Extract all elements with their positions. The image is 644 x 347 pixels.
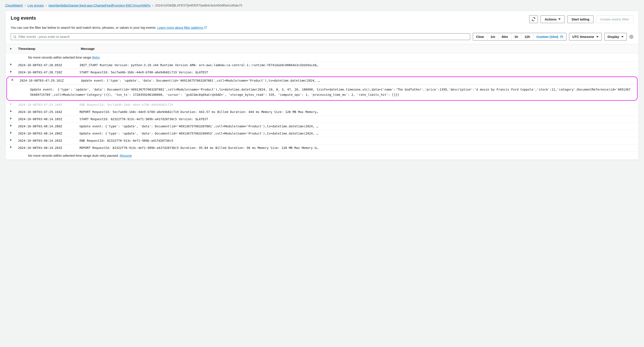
row-timestamp: 2024-10-08T03:48:14.185Z	[16, 116, 77, 123]
caret-down-icon	[558, 18, 560, 20]
filter-events-input-wrap[interactable]	[11, 33, 470, 40]
page-title: Log events	[11, 15, 36, 21]
triangle-right-icon	[10, 63, 12, 65]
row-timestamp: 2024-10-08T03:48:14.283Z	[16, 144, 77, 151]
row-timestamp: 2024-10-08T03:48:14.283Z	[16, 137, 77, 144]
triangle-right-icon	[10, 146, 12, 148]
row-timestamp: 2024-10-08T03:48:14.280Z	[16, 123, 77, 130]
log-row[interactable]: 2024-10-08T03:48:14.283ZREPORT RequestId…	[6, 144, 638, 151]
row-toggle[interactable]	[6, 123, 16, 128]
clear-range-button[interactable]: Clear	[473, 33, 488, 40]
expanded-log-detail: Update event: {'type': 'update', 'data':…	[7, 84, 637, 100]
calendar-icon	[560, 35, 563, 38]
row-toggle[interactable]	[6, 137, 16, 143]
log-row[interactable]: 2024-10-08T03:47:28.093ZINIT_START Runti…	[6, 62, 638, 69]
log-events-table: Timestamp Message No more records within…	[6, 44, 638, 160]
display-select[interactable]: Display	[604, 33, 627, 40]
triangle-right-icon	[10, 103, 12, 105]
resume-link[interactable]: Resume	[120, 154, 132, 157]
page-subtitle: You can use the filter bar below to sear…	[6, 26, 638, 33]
chevron-right-icon: ›	[24, 3, 26, 7]
chevron-right-icon: ›	[152, 3, 153, 7]
svg-point-2	[631, 36, 632, 37]
range-1m-button[interactable]: 1m	[487, 33, 498, 40]
breadcrumb-root[interactable]: CloudWatch	[5, 3, 23, 7]
create-metric-filter-button[interactable]: Create metric filter	[596, 15, 633, 23]
log-row[interactable]: 2024-10-08T03:47:28.720ZSTART RequestId:…	[6, 69, 638, 76]
triangle-right-icon	[10, 48, 12, 50]
row-timestamp: 2024-10-08T03:48:14.280Z	[16, 130, 77, 137]
row-message: Update event: {'type': 'update', 'data':…	[77, 123, 638, 130]
learn-more-link[interactable]: Learn more about filter patterns	[157, 26, 207, 29]
row-timestamp: 2024-10-08T03:47:29.164Z	[16, 101, 77, 108]
triangle-right-icon	[10, 124, 12, 127]
row-message: Update event: {'type': 'update', 'data':…	[79, 77, 637, 84]
row-message: Update event: {'type': 'update', 'data':…	[77, 130, 638, 137]
log-events-panel: Log events Actions Start tailing Create …	[5, 11, 639, 160]
start-tailing-button[interactable]: Start tailing	[567, 15, 594, 23]
row-toggle[interactable]	[6, 108, 16, 114]
log-row[interactable]: 2024-10-08T03:47:29.164ZEND RequestId: 5…	[6, 101, 638, 108]
row-toggle[interactable]	[6, 116, 16, 121]
row-message: END RequestId: 5ecfad4b-1b8c-44e9-b700-a…	[77, 101, 638, 108]
breadcrumb-current: 2024/10/08/[$LATEST]44f3f2f70a884c9cb450…	[155, 3, 242, 7]
row-toggle[interactable]	[7, 77, 18, 83]
svg-point-0	[14, 35, 16, 37]
range-custom-button[interactable]: Custom (10m)	[533, 33, 566, 40]
auto-retry-paused: Auto retry paused.	[92, 154, 119, 157]
row-message: START RequestId: 82322f78-913c-4ef1-989b…	[77, 116, 638, 123]
triangle-right-icon	[10, 132, 12, 134]
row-message: INIT_START Runtime Version: python:3.10.…	[77, 62, 638, 68]
column-header-message[interactable]: Message	[77, 44, 638, 53]
range-30m-button[interactable]: 30m	[498, 33, 511, 40]
row-toggle[interactable]	[6, 62, 16, 67]
no-more-records-bottom: No more records within selected time ran…	[6, 151, 638, 160]
log-row[interactable]: 2024-10-08T03:47:29.164ZREPORT RequestId…	[6, 108, 638, 116]
log-row[interactable]: 2024-10-08T03:48:14.185ZSTART RequestId:…	[6, 116, 638, 123]
row-message: START RequestId: 5ecfad4b-1b8c-44e9-b700…	[77, 69, 638, 76]
refresh-icon	[532, 17, 536, 21]
row-toggle[interactable]	[6, 144, 16, 150]
filter-events-input[interactable]	[18, 35, 468, 38]
svg-rect-1	[560, 36, 563, 38]
row-toggle[interactable]	[6, 69, 16, 74]
log-row[interactable]: 2024-10-08T03:47:29.161ZUpdate event: {'…	[7, 77, 637, 84]
breadcrumb: CloudWatch › Log groups › /aws/lambda/ch…	[0, 0, 644, 11]
row-message: REPORT RequestId: 82322f78-913c-4ef1-989…	[77, 144, 638, 151]
row-timestamp: 2024-10-08T03:47:29.164Z	[16, 108, 77, 115]
chevron-right-icon: ›	[46, 3, 46, 7]
caret-down-icon	[621, 36, 624, 37]
breadcrumb-loggroup[interactable]: /aws/lambda/change-feed-app-ChangeFeedFu…	[48, 3, 150, 7]
actions-button[interactable]: Actions	[540, 15, 565, 23]
breadcrumb-loggroups[interactable]: Log groups	[28, 3, 44, 7]
external-link-icon	[204, 26, 207, 29]
highlighted-log-entry: 2024-10-08T03:47:29.161ZUpdate event: {'…	[6, 76, 638, 101]
row-timestamp: 2024-10-08T03:47:29.161Z	[18, 77, 79, 84]
log-row[interactable]: 2024-10-08T03:48:14.283ZEND RequestId: 8…	[6, 137, 638, 144]
search-icon	[13, 35, 16, 38]
no-more-records-top: No more records within selected time ran…	[6, 53, 638, 62]
row-timestamp: 2024-10-08T03:47:28.093Z	[16, 62, 77, 68]
range-1h-button[interactable]: 1h	[511, 33, 522, 40]
triangle-right-icon	[10, 110, 12, 112]
row-toggle[interactable]	[6, 101, 16, 107]
time-range-segment: Clear 1m 30m 1h 12h Custom (10m)	[473, 33, 566, 40]
triangle-right-icon	[12, 79, 13, 81]
refresh-button[interactable]	[529, 15, 538, 23]
triangle-right-icon	[10, 117, 12, 119]
gear-icon[interactable]	[630, 35, 633, 39]
row-timestamp: 2024-10-08T03:47:28.720Z	[16, 69, 77, 76]
range-12h-button[interactable]: 12h	[521, 33, 533, 40]
column-header-timestamp[interactable]: Timestamp	[16, 44, 77, 53]
triangle-right-icon	[10, 70, 12, 73]
timezone-select[interactable]: UTC timezone	[569, 33, 602, 40]
retry-link[interactable]: Retry	[92, 55, 100, 59]
triangle-right-icon	[10, 139, 12, 141]
row-message: REPORT RequestId: 5ecfad4b-1b8c-44e9-b70…	[77, 108, 638, 115]
caret-down-icon	[596, 36, 598, 37]
row-toggle[interactable]	[6, 130, 16, 136]
log-row[interactable]: 2024-10-08T03:48:14.280ZUpdate event: {'…	[6, 130, 638, 137]
row-message: END RequestId: 82322f78-913c-4ef1-989b-a…	[77, 137, 638, 144]
log-row[interactable]: 2024-10-08T03:48:14.280ZUpdate event: {'…	[6, 123, 638, 130]
expand-all-toggle[interactable]	[6, 44, 16, 53]
